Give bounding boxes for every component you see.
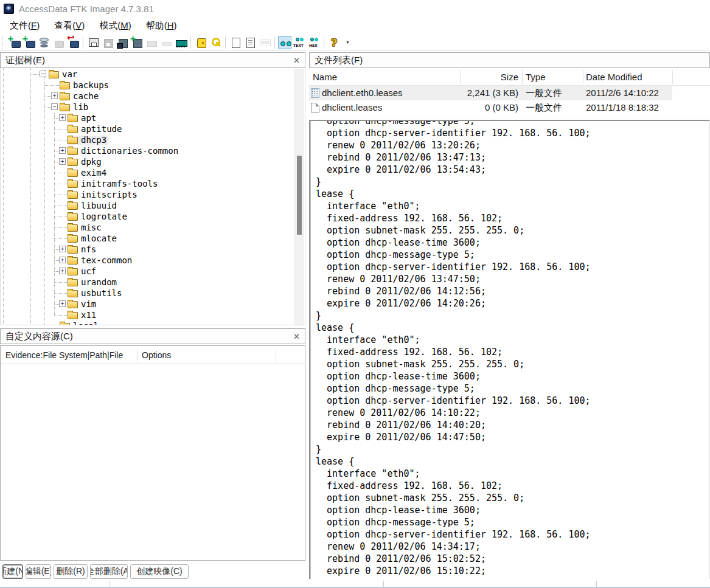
tree-node-ucf[interactable]: +ucf bbox=[1, 266, 293, 277]
tree-node-label[interactable]: misc bbox=[81, 223, 102, 232]
expand-icon[interactable]: + bbox=[59, 300, 66, 307]
tree-node-exim4[interactable]: exim4 bbox=[1, 167, 293, 178]
expand-icon[interactable]: + bbox=[59, 114, 66, 121]
add-evidence-item-icon[interactable] bbox=[8, 36, 21, 49]
remove-all-button[interactable]: 全部删除(A) bbox=[90, 564, 128, 579]
tree-node-label[interactable]: ucf bbox=[81, 267, 96, 276]
close-icon[interactable]: ✕ bbox=[293, 57, 300, 64]
text-mode-icon[interactable] bbox=[293, 36, 306, 49]
export-files-icon[interactable] bbox=[229, 36, 242, 49]
tree-node-label[interactable]: initramfs-tools bbox=[81, 179, 158, 189]
column-divider[interactable] bbox=[460, 70, 461, 84]
tree-node-logrotate[interactable]: logrotate bbox=[1, 211, 293, 222]
tree-node-label[interactable]: lib bbox=[73, 103, 88, 112]
tree-node-misc[interactable]: misc bbox=[1, 222, 293, 233]
tree-node-label[interactable]: tex-common bbox=[81, 256, 132, 265]
tree-node-label[interactable]: apt bbox=[81, 114, 96, 123]
tree-node-lib[interactable]: −lib bbox=[1, 102, 293, 112]
tree-node-label[interactable]: dictionaries-common bbox=[81, 147, 178, 156]
tree-node-label[interactable]: local bbox=[73, 322, 99, 325]
expand-icon[interactable]: + bbox=[59, 158, 66, 165]
tree-node-label[interactable]: var bbox=[62, 70, 77, 79]
file-row[interactable]: dhclient.eth0.leases2,241 (3 KB)一般文件2011… bbox=[309, 86, 672, 100]
column-header-options[interactable]: Options bbox=[142, 346, 171, 364]
obtain-protected-files-icon[interactable] bbox=[194, 36, 207, 49]
scrollbar-thumb[interactable] bbox=[297, 156, 302, 235]
menu-item-m[interactable]: 模式(M) bbox=[92, 17, 139, 34]
edit-button[interactable]: 编辑(E) bbox=[26, 564, 51, 579]
expand-icon[interactable]: + bbox=[51, 92, 58, 99]
tree-node-label[interactable]: logrotate bbox=[81, 212, 127, 221]
hex-mode-icon[interactable] bbox=[307, 36, 321, 49]
menu-item-v[interactable]: 查看(V) bbox=[47, 17, 92, 34]
column-divider[interactable] bbox=[583, 70, 583, 84]
expand-icon[interactable]: + bbox=[59, 268, 66, 274]
remove-all-evidence-items-icon[interactable] bbox=[66, 36, 80, 49]
image-mounting-icon[interactable] bbox=[37, 36, 50, 49]
tree-node-label[interactable]: x11 bbox=[81, 311, 96, 320]
help-icon[interactable] bbox=[327, 36, 341, 49]
tree-node-label[interactable]: usbutils bbox=[81, 289, 122, 298]
tree-node-apt[interactable]: +apt bbox=[1, 112, 293, 123]
tree-node-dictionaries-common[interactable]: +dictionaries-common bbox=[1, 145, 293, 156]
tree-node-usbutils[interactable]: usbutils bbox=[1, 288, 293, 299]
tree-vertical-scrollbar[interactable] bbox=[294, 69, 304, 325]
create-disk-image-icon[interactable] bbox=[86, 36, 100, 49]
column-header-size[interactable]: Size bbox=[460, 68, 518, 86]
tree-node-initscripts[interactable]: initscripts bbox=[1, 189, 293, 200]
collapse-icon[interactable]: − bbox=[40, 71, 46, 77]
column-header-modified[interactable]: Date Modified bbox=[586, 68, 642, 86]
export-logical-image-icon[interactable] bbox=[116, 36, 129, 49]
tree-node-label[interactable]: dhcp3 bbox=[81, 136, 106, 145]
tree-node-label[interactable]: nfs bbox=[81, 245, 96, 254]
menu-item-f[interactable]: 文件(F) bbox=[2, 17, 47, 34]
menu-item-h[interactable]: 帮助(H) bbox=[139, 17, 184, 34]
add-all-attached-devices-icon[interactable] bbox=[23, 36, 36, 49]
tree-node-vim[interactable]: +vim bbox=[1, 299, 293, 310]
tree-node-mlocate[interactable]: mlocate bbox=[1, 233, 293, 244]
tree-node-aptitude[interactable]: aptitude bbox=[1, 123, 293, 134]
close-icon[interactable]: ✕ bbox=[293, 333, 300, 341]
column-divider[interactable] bbox=[522, 70, 523, 84]
tree-node-label[interactable]: aptitude bbox=[81, 125, 122, 134]
tree-node-cache[interactable]: +cache bbox=[1, 91, 293, 102]
column-header-name[interactable]: Name bbox=[313, 68, 337, 86]
tree-node-label[interactable]: mlocate bbox=[81, 234, 117, 243]
more-toolbars-icon[interactable] bbox=[342, 36, 355, 49]
file-row[interactable]: dhclient.leases0 (0 KB)一般文件2011/1/18 8:1… bbox=[309, 100, 672, 115]
auto-mode-icon[interactable] bbox=[278, 36, 291, 49]
tree-node-label[interactable]: initscripts bbox=[81, 190, 137, 199]
collapse-icon[interactable]: − bbox=[51, 103, 58, 110]
expand-icon[interactable]: + bbox=[59, 257, 66, 263]
capture-memory-icon[interactable] bbox=[174, 36, 187, 49]
tree-node-tex-common[interactable]: +tex-common bbox=[1, 255, 293, 266]
tree-node-label[interactable]: urandom bbox=[81, 278, 117, 287]
column-divider[interactable] bbox=[672, 70, 673, 84]
tree-node-var[interactable]: −var bbox=[1, 69, 293, 80]
tree-node-x11[interactable]: x11 bbox=[1, 310, 293, 320]
tree-node-label[interactable]: exim4 bbox=[81, 168, 106, 178]
column-header-type[interactable]: Type bbox=[526, 68, 546, 86]
column-divider[interactable] bbox=[137, 348, 138, 362]
tree-node-dpkg[interactable]: +dpkg bbox=[1, 156, 293, 167]
tree-node-backups[interactable]: backups bbox=[1, 80, 293, 91]
column-divider[interactable] bbox=[276, 348, 276, 362]
tree-node-urandom[interactable]: urandom bbox=[1, 277, 293, 288]
add-to-custom-content-image-icon[interactable] bbox=[130, 36, 144, 49]
tree-node-nfs[interactable]: +nfs bbox=[1, 244, 293, 255]
expand-icon[interactable]: + bbox=[59, 246, 66, 252]
tree-node-label[interactable]: vim bbox=[81, 300, 96, 309]
column-header-evidence[interactable]: Evidence:File System|Path|File bbox=[5, 346, 123, 364]
new-button[interactable]: 新建(N) bbox=[2, 564, 23, 579]
tree-node-libuuid[interactable]: libuuid bbox=[1, 200, 293, 211]
export-file-hash-list-icon[interactable] bbox=[243, 36, 257, 49]
toolbar-grip-icon[interactable] bbox=[2, 36, 4, 49]
tree-node-label[interactable]: libuuid bbox=[81, 201, 117, 210]
remove-button[interactable]: 删除(R) bbox=[54, 564, 88, 579]
tree-node-local[interactable]: local bbox=[1, 320, 293, 325]
text-viewer[interactable]: option dhcp-message-type 5; option dhcp-… bbox=[309, 120, 710, 588]
tree-node-initramfs-tools[interactable]: initramfs-tools bbox=[1, 178, 293, 189]
create-image-button[interactable]: 创建映像(C) bbox=[130, 564, 189, 579]
detect-efs-encryption-icon[interactable] bbox=[209, 36, 222, 49]
tree-node-label[interactable]: backups bbox=[73, 81, 109, 90]
